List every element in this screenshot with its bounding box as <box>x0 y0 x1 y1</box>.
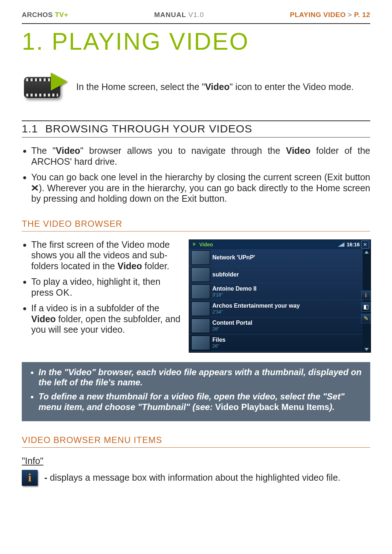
info-item-desc: - displays a message box with informatio… <box>44 472 340 483</box>
section-title: BROWSING THROUGH YOUR VIDEOS <box>45 123 252 135</box>
intro-bold: Video <box>205 82 230 92</box>
thumbnail <box>191 284 210 299</box>
video-browser-list: The first screen of the Video mode shows… <box>22 239 182 335</box>
row-name: Antoine Demo II <box>212 286 257 292</box>
scroll-up-icon <box>364 251 369 254</box>
breadcrumb: PLAYING VIDEO > P. 12 <box>290 11 370 19</box>
row-duration: 28" <box>212 326 252 332</box>
row-name: Archos Entertainment your way <box>212 303 300 309</box>
section-1-1-list: The "Video" browser allows you to naviga… <box>22 145 370 204</box>
list-item: If a video is in a subfolder of the Vide… <box>31 303 182 335</box>
manual-word: MANUAL <box>154 11 188 19</box>
video-mode-icon <box>22 73 65 100</box>
page-header: ARCHOS TV+ MANUAL V1.0 PLAYING VIDEO > P… <box>22 11 370 19</box>
browser-list: Network 'UPnP'subfolderAntoine Demo II3'… <box>189 249 371 352</box>
browser-title-bar: Video 16:16 ✕ <box>189 240 371 249</box>
row-name: Content Portal <box>212 320 252 326</box>
section-1-1-heading: 1.1BROWSING THROUGH YOUR VIDEOS <box>22 120 370 138</box>
thumbnail <box>191 336 210 350</box>
browser-row: Content Portal28" <box>189 317 371 335</box>
header-rule <box>22 23 370 24</box>
row-duration: 2'34" <box>212 309 300 315</box>
settings-icon: ✎ <box>361 314 371 323</box>
manual-version: V1.0 <box>188 11 204 19</box>
browser-title: Video <box>191 242 338 247</box>
list-item: The "Video" browser allows you to naviga… <box>31 145 370 167</box>
tip-link: Video Playback Menu Items <box>215 402 329 412</box>
brand: ARCHOS TV+ <box>22 11 68 19</box>
tip-item: In the "Video" browser, each video file … <box>38 367 363 388</box>
thumbnail <box>191 250 210 265</box>
browser-row: Archos Entertainment your way2'34" <box>189 300 371 317</box>
brand-suffix: TV+ <box>55 11 68 19</box>
row-name: Network 'UPnP' <box>212 254 255 261</box>
ok-glyph: OK <box>56 287 70 297</box>
tip-item: To define a new thumbnail for a video fi… <box>38 391 363 413</box>
list-item: You can go back one level in the hierarc… <box>31 172 370 204</box>
info-icon: i <box>361 291 371 300</box>
intro-post: " icon to enter the Video mode. <box>230 82 354 92</box>
intro-pre: In the Home screen, select the " <box>76 82 205 92</box>
browser-row: Network 'UPnP' <box>189 249 371 266</box>
row-duration: 3'18" <box>212 292 257 297</box>
menu-items-heading: VIDEO BROWSER MENU ITEMS <box>22 435 370 448</box>
video-browser-heading: THE VIDEO BROWSER <box>22 219 370 231</box>
row-name: Files <box>212 337 225 343</box>
browser-row: Antoine Demo II3'18" <box>189 283 371 300</box>
list-item: The first screen of the Video mode shows… <box>31 239 182 272</box>
brand-name: ARCHOS <box>22 11 55 19</box>
browser-clock: 16:16 <box>347 242 360 247</box>
breadcrumb-sep: > <box>346 11 354 19</box>
page-title: 1. PLAYING VIDEO <box>22 28 370 55</box>
row-name: subfolder <box>212 271 239 278</box>
info-item-row: i - displays a message box with informat… <box>22 470 370 486</box>
breadcrumb-page: P. 12 <box>354 11 370 19</box>
manual-label: MANUAL V1.0 <box>154 11 204 19</box>
thumbnail <box>191 301 210 316</box>
play-icon <box>193 242 196 246</box>
thumbnail <box>191 267 210 282</box>
volume-icon <box>338 242 344 247</box>
close-icon: ✕ <box>361 241 369 249</box>
scroll-down-icon <box>364 348 369 351</box>
intro-text: In the Home screen, select the "Video" i… <box>76 81 354 93</box>
browser-row: subfolder <box>189 266 371 283</box>
bookmark-icon: ◧ <box>361 302 371 312</box>
browser-row: Files26" <box>189 335 371 352</box>
tip-box: In the "Video" browser, each video file … <box>22 362 370 421</box>
browser-side-icons: i ◧ ✎ <box>361 291 371 323</box>
exit-x-glyph: ✕ <box>30 183 39 194</box>
info-item-title: "Info" <box>22 456 370 466</box>
list-item: To play a video, highlight it, then pres… <box>31 276 182 298</box>
section-num: 1.1 <box>22 123 38 135</box>
thumbnail <box>191 319 210 333</box>
info-icon: i <box>22 470 38 486</box>
row-duration: 26" <box>212 343 225 349</box>
intro-row: In the Home screen, select the "Video" i… <box>22 73 370 100</box>
breadcrumb-section: PLAYING VIDEO <box>290 11 346 19</box>
video-browser-screenshot: Video 16:16 ✕ Network 'UPnP'subfolderAnt… <box>189 239 371 353</box>
